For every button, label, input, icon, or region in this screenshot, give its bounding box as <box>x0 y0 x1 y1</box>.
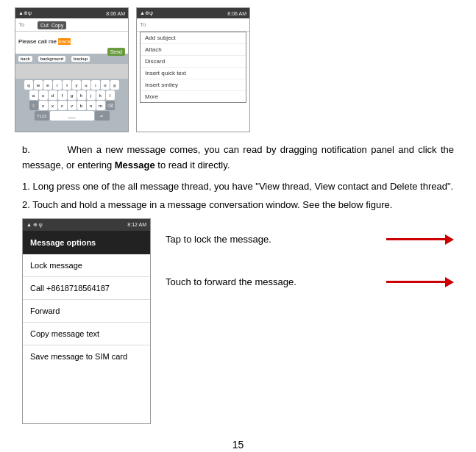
kb-m[interactable]: m <box>96 101 105 110</box>
compose-area-1: Please call me back Send <box>15 32 128 54</box>
kb-h[interactable]: h <box>77 90 86 100</box>
menu-discard[interactable]: Discard <box>141 56 246 68</box>
kb-v[interactable]: v <box>68 101 77 110</box>
status-time-2: 8:06 AM <box>227 11 246 16</box>
kb-r[interactable]: r <box>53 80 62 90</box>
send-button-1[interactable]: Send <box>107 48 125 56</box>
highlighted-text: back <box>58 38 71 45</box>
kb-row-2: a s d f g h j k l <box>17 90 127 100</box>
kb-g[interactable]: g <box>68 90 77 100</box>
point-1: 1. Long press one of the all message thr… <box>22 179 454 194</box>
kb-n[interactable]: n <box>87 101 96 110</box>
msg-text-1: Please call me <box>18 38 58 45</box>
kb-l[interactable]: l <box>106 90 115 100</box>
menu-more[interactable]: More <box>141 91 246 102</box>
kb-e[interactable]: e <box>43 80 52 90</box>
section-b-text: When a new message comes, you can read b… <box>22 144 454 171</box>
kb-b[interactable]: b <box>77 101 86 110</box>
section-b: b. When a new message comes, you can rea… <box>15 143 461 173</box>
kb-i[interactable]: i <box>91 80 100 90</box>
kb-f[interactable]: f <box>58 90 67 100</box>
kb-s[interactable]: s <box>39 90 48 100</box>
cut-copy-bar: Cut Copy <box>38 21 66 29</box>
options-header: Message options <box>23 231 150 254</box>
page-number-text: 15 <box>232 439 244 451</box>
main-section: ▲ ⊕ ψ 8:12 AM Message options Lock messa… <box>15 218 461 424</box>
to-field-1: To Cut Copy <box>15 18 128 32</box>
kb-q[interactable]: q <box>24 80 33 90</box>
kb-row-3: ⇧ z x c v b n m ⌫ <box>17 101 127 110</box>
menu-attach[interactable]: Attach <box>141 44 246 56</box>
kb-num[interactable]: ?123 <box>35 111 49 121</box>
section-b-label: b. <box>22 144 30 155</box>
menu-insert-quick[interactable]: Insert quick text <box>141 68 246 79</box>
option-copy[interactable]: Copy message text <box>23 323 150 345</box>
arrow-1 <box>386 234 454 245</box>
to-field-2: To <box>137 18 249 32</box>
phone-status-bar: ▲ ⊕ ψ 8:12 AM <box>23 219 150 231</box>
to-label-2: To <box>140 21 146 28</box>
kb-u[interactable]: u <box>82 80 90 90</box>
kb-a[interactable]: a <box>29 90 38 100</box>
menu-insert-smiley[interactable]: Insert smiley <box>141 79 246 91</box>
screenshots-row: ▲⊕ψ 8:06 AM To Cut Copy Please call me b… <box>15 7 461 132</box>
annotation-row-2: Touch to forward the message. <box>166 276 454 289</box>
cut-label: Cut <box>40 23 49 28</box>
context-menu: Add subject Attach Discard Insert quick … <box>140 32 246 103</box>
status-icons-1: ▲⊕ψ <box>18 10 32 16</box>
autocomplete-2[interactable]: background <box>38 56 65 62</box>
kb-k[interactable]: k <box>96 90 105 100</box>
kb-d[interactable]: d <box>49 90 57 100</box>
annotation-text-2: Touch to forward the message. <box>166 276 386 289</box>
message-bold: Message <box>115 159 155 171</box>
annotation-row-1: Tap to lock the message. <box>166 233 454 246</box>
option-save[interactable]: Save message to SIM card <box>23 345 150 367</box>
copy-label: Copy <box>51 23 63 28</box>
option-call[interactable]: Call +8618718564187 <box>23 277 150 300</box>
kb-enter[interactable]: ↵ <box>95 111 110 121</box>
kb-j[interactable]: j <box>87 90 96 100</box>
menu-add-subject[interactable]: Add subject <box>141 32 246 44</box>
option-lock[interactable]: Lock message <box>23 254 150 277</box>
annotations-area: Tap to lock the message. Touch to forwar… <box>151 218 454 424</box>
status-icons-2: ▲⊕ψ <box>140 10 153 16</box>
numbered-points: 1. Long press one of the all message thr… <box>15 179 461 212</box>
phone-status-time: 8:12 AM <box>127 222 146 227</box>
page-container: ▲⊕ψ 8:06 AM To Cut Copy Please call me b… <box>0 0 476 452</box>
kb-shift[interactable]: ⇧ <box>29 101 38 110</box>
kb-p[interactable]: p <box>110 80 119 90</box>
keyboard-1: q w e r t y u i o p a s d <box>15 79 128 132</box>
red-line-1 <box>386 238 445 240</box>
kb-row-1: q w e r t y u i o p <box>17 80 127 90</box>
phone-status-icons: ▲ ⊕ ψ <box>26 222 43 228</box>
kb-row-4: ?123 ___ ↵ <box>17 111 127 121</box>
kb-del[interactable]: ⌫ <box>106 101 115 110</box>
section-b-text-after: to read it directly. <box>155 159 230 171</box>
to-label-1: To <box>18 21 24 28</box>
status-bar-2: ▲⊕ψ 8:06 AM <box>137 8 249 18</box>
kb-y[interactable]: y <box>72 80 81 90</box>
kb-o[interactable]: o <box>101 80 110 90</box>
screenshot-second: ▲⊕ψ 8:06 AM To Please call me back Send … <box>136 7 250 132</box>
arrowhead-2 <box>445 277 454 287</box>
status-time-1: 8:06 AM <box>106 11 125 16</box>
status-bar-1: ▲⊕ψ 8:06 AM <box>15 8 128 18</box>
arrow-2 <box>386 277 454 287</box>
kb-x[interactable]: x <box>49 101 57 110</box>
phone-screenshot: ▲ ⊕ ψ 8:12 AM Message options Lock messa… <box>22 218 151 424</box>
kb-t[interactable]: t <box>63 80 71 90</box>
screenshot-first: ▲⊕ψ 8:06 AM To Cut Copy Please call me b… <box>15 7 129 132</box>
autocomplete-1[interactable]: back <box>18 56 32 62</box>
annotation-text-1: Tap to lock the message. <box>166 233 386 246</box>
kb-space[interactable]: ___ <box>50 111 94 121</box>
page-number: 15 <box>15 439 461 452</box>
autocomplete-3[interactable]: backup <box>71 56 90 62</box>
red-line-2 <box>386 281 445 283</box>
kb-z[interactable]: z <box>39 101 48 110</box>
point-2: 2. Touch and hold a message in a message… <box>22 198 454 212</box>
arrowhead-1 <box>445 234 454 245</box>
kb-w[interactable]: w <box>34 80 43 90</box>
kb-c[interactable]: c <box>58 101 67 110</box>
option-forward[interactable]: Forward <box>23 300 150 323</box>
